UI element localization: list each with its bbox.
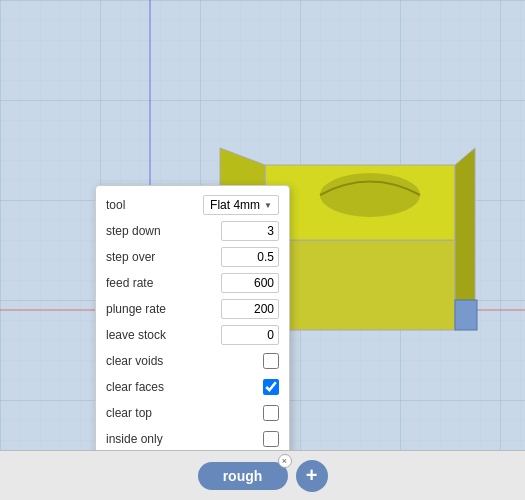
tab-wrapper: rough ×: [198, 462, 288, 490]
feed-rate-input[interactable]: [221, 273, 279, 293]
inside-only-label: inside only: [106, 432, 263, 446]
step-over-label: step over: [106, 250, 221, 264]
tool-select-container: Flat 4mm ▼: [203, 195, 279, 215]
leave-stock-row: leave stock: [106, 324, 279, 346]
tab-close-button[interactable]: ×: [278, 454, 292, 468]
add-icon: +: [306, 464, 318, 487]
clear-voids-label: clear voids: [106, 354, 263, 368]
step-over-row: step over: [106, 246, 279, 268]
clear-voids-checkbox[interactable]: [263, 353, 279, 369]
clear-faces-label: clear faces: [106, 380, 263, 394]
feed-rate-label: feed rate: [106, 276, 221, 290]
tab-label: rough: [223, 468, 263, 484]
svg-rect-9: [455, 300, 477, 330]
settings-panel: tool Flat 4mm ▼ step down step over feed…: [95, 185, 290, 463]
step-down-label: step down: [106, 224, 221, 238]
leave-stock-label: leave stock: [106, 328, 221, 342]
step-over-input[interactable]: [221, 247, 279, 267]
step-down-row: step down: [106, 220, 279, 242]
plunge-rate-row: plunge rate: [106, 298, 279, 320]
add-tab-button[interactable]: +: [296, 460, 328, 492]
tool-row: tool Flat 4mm ▼: [106, 194, 279, 216]
clear-top-checkbox[interactable]: [263, 405, 279, 421]
clear-top-label: clear top: [106, 406, 263, 420]
inside-only-checkbox[interactable]: [263, 431, 279, 447]
leave-stock-input[interactable]: [221, 325, 279, 345]
tool-value: Flat 4mm: [210, 198, 260, 212]
clear-faces-checkbox[interactable]: [263, 379, 279, 395]
bottom-bar: rough × +: [0, 450, 525, 500]
plunge-rate-input[interactable]: [221, 299, 279, 319]
svg-point-8: [320, 173, 420, 217]
tool-select-button[interactable]: Flat 4mm ▼: [203, 195, 279, 215]
chevron-down-icon: ▼: [264, 201, 272, 210]
inside-only-row: inside only: [106, 428, 279, 450]
rough-tab[interactable]: rough: [198, 462, 288, 490]
clear-faces-row: clear faces: [106, 376, 279, 398]
close-icon: ×: [282, 456, 287, 466]
clear-voids-row: clear voids: [106, 350, 279, 372]
feed-rate-row: feed rate: [106, 272, 279, 294]
step-down-input[interactable]: [221, 221, 279, 241]
plunge-rate-label: plunge rate: [106, 302, 221, 316]
svg-marker-4: [265, 240, 455, 330]
tool-label: tool: [106, 198, 203, 212]
clear-top-row: clear top: [106, 402, 279, 424]
